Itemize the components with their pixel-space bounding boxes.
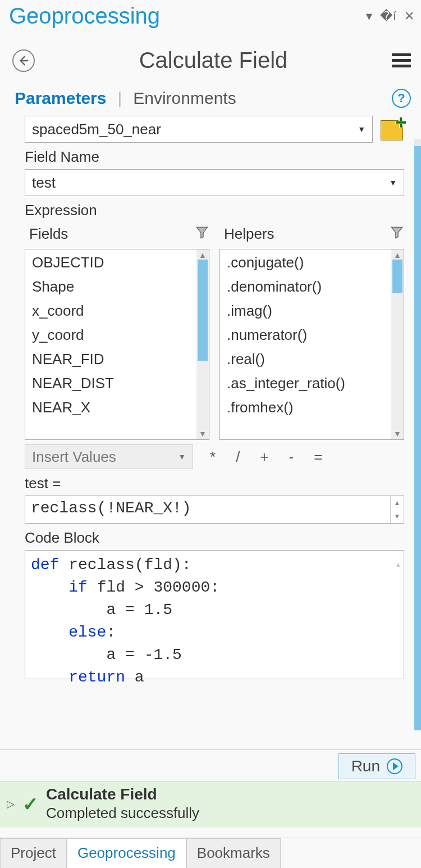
insert-values-dropdown[interactable]: Insert Values ▼	[25, 444, 193, 469]
list-item[interactable]: NEAR_DIST	[32, 375, 190, 392]
pane-title: Geoprocessing	[9, 3, 160, 29]
list-item[interactable]: .numerator()	[227, 326, 385, 344]
menu-caret-icon[interactable]: ▾	[366, 9, 372, 24]
run-button[interactable]: Run	[338, 753, 415, 779]
tool-title-row: Calculate Field	[0, 32, 421, 79]
list-item[interactable]: x_coord	[32, 302, 190, 320]
back-button[interactable]	[12, 49, 35, 72]
fields-scrollbar[interactable]: ▲▼	[196, 249, 209, 439]
expression-input[interactable]: reclass(!NEAR_X!) ▲ ▼	[25, 496, 404, 524]
fields-listbox[interactable]: OBJECTID Shape x_coord y_coord NEAR_FID …	[25, 249, 209, 440]
input-table-dropdown[interactable]: spaced5m_50_near ▼	[25, 116, 373, 143]
helpers-scrollbar[interactable]: ▲▼	[391, 249, 404, 439]
code-block-input[interactable]: ▲def reclass(fld): if fld > 300000: a = …	[25, 550, 404, 679]
field-name-value: test	[32, 174, 389, 192]
expression-target-label: test =	[25, 475, 404, 492]
filter-icon[interactable]	[390, 225, 404, 243]
expression-label: Expression	[25, 202, 404, 219]
tab-environments[interactable]: Environments	[133, 89, 236, 108]
op-equals[interactable]: =	[314, 448, 322, 466]
tab-project[interactable]: Project	[0, 838, 67, 868]
insert-ops-row: Insert Values ▼ * / + - =	[25, 444, 404, 469]
expression-value: reclass(!NEAR_X!)	[25, 496, 390, 523]
bottom-tab-bar: Project Geoprocessing Bookmarks	[0, 838, 421, 868]
operator-buttons: * / + - =	[199, 448, 322, 466]
list-item[interactable]: .fromhex()	[227, 399, 385, 416]
insert-values-label: Insert Values	[32, 448, 116, 466]
list-item[interactable]: NEAR_X	[32, 399, 190, 416]
pane-controls: ▾ �í ✕	[366, 9, 414, 24]
arrow-left-icon	[17, 54, 30, 67]
expand-icon[interactable]: ▷	[7, 798, 15, 810]
tab-separator: |	[117, 89, 122, 108]
op-add[interactable]: +	[260, 448, 268, 466]
field-name-label: Field Name	[25, 148, 404, 166]
list-item[interactable]: .conjugate()	[227, 254, 385, 271]
play-icon	[387, 758, 402, 774]
pane-header: Geoprocessing ▾ �í ✕	[0, 0, 421, 32]
checkmark-icon: ✓	[22, 793, 38, 815]
tab-parameters[interactable]: Parameters	[15, 89, 106, 108]
list-item[interactable]: .as_integer_ratio()	[227, 375, 385, 392]
fields-column: Fields OBJECTID Shape x_coord y_coord NE…	[25, 224, 209, 440]
field-name-dropdown[interactable]: test ▼	[25, 169, 404, 196]
status-title: Calculate Field	[46, 785, 199, 803]
op-subtract[interactable]: -	[289, 448, 294, 466]
close-icon[interactable]: ✕	[404, 9, 414, 24]
helpers-column: Helpers .conjugate() .denominator() .ima…	[219, 224, 404, 440]
chevron-down-icon: ▼	[389, 178, 397, 187]
list-item[interactable]: .denominator()	[227, 278, 385, 296]
footer: Run ▷ ✓ Calculate Field Completed succes…	[0, 749, 421, 828]
op-divide[interactable]: /	[236, 448, 240, 466]
input-table-value: spaced5m_50_near	[32, 121, 358, 138]
chevron-up-icon[interactable]: ▲	[391, 496, 404, 510]
status-bar[interactable]: ▷ ✓ Calculate Field Completed successful…	[0, 781, 421, 828]
chevron-down-icon: ▼	[178, 452, 186, 461]
tab-geoprocessing[interactable]: Geoprocessing	[67, 838, 186, 868]
expression-spinner[interactable]: ▲ ▼	[390, 496, 404, 523]
hamburger-icon[interactable]	[392, 51, 411, 70]
list-item[interactable]: OBJECTID	[32, 254, 190, 271]
expression-columns: Fields OBJECTID Shape x_coord y_coord NE…	[25, 224, 404, 440]
tab-row: Parameters | Environments ?	[0, 79, 421, 110]
plus-icon	[395, 117, 405, 127]
help-icon[interactable]: ?	[392, 89, 411, 108]
chevron-up-icon: ▲	[396, 554, 400, 576]
form-body: spaced5m_50_near ▼ Field Name test ▼ Exp…	[0, 110, 421, 685]
list-item[interactable]: Shape	[32, 278, 190, 296]
run-label: Run	[351, 757, 380, 775]
list-item[interactable]: .real()	[227, 351, 385, 368]
helpers-label: Helpers	[224, 225, 274, 243]
form-scrollbar[interactable]	[414, 139, 421, 729]
helpers-listbox[interactable]: .conjugate() .denominator() .imag() .num…	[219, 249, 404, 440]
fields-label: Fields	[29, 225, 68, 243]
code-block-label: Code Block	[25, 529, 404, 547]
filter-icon[interactable]	[195, 225, 209, 243]
pin-icon[interactable]: �í	[380, 9, 396, 24]
tool-title: Calculate Field	[35, 48, 392, 73]
tab-bookmarks[interactable]: Bookmarks	[186, 838, 281, 868]
chevron-down-icon: ▼	[358, 125, 365, 134]
chevron-down-icon[interactable]: ▼	[391, 510, 404, 523]
list-item[interactable]: .imag()	[227, 302, 385, 320]
op-multiply[interactable]: *	[210, 448, 216, 466]
status-message: Completed successfully	[46, 805, 199, 822]
list-item[interactable]: y_coord	[32, 326, 190, 344]
browse-button[interactable]	[379, 118, 404, 140]
list-item[interactable]: NEAR_FID	[32, 351, 190, 368]
